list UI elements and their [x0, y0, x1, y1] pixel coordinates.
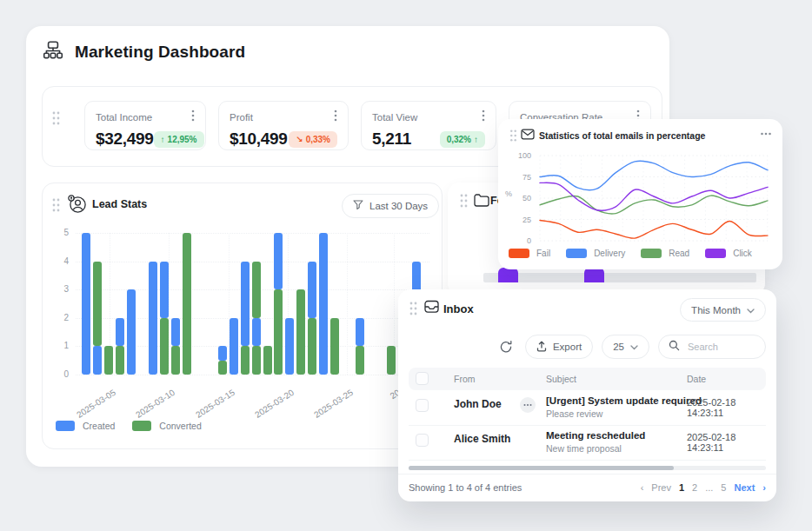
inbox-card: Inbox This Month Export 25 From Subject	[398, 289, 776, 501]
stat-card-title: Profit	[230, 112, 253, 123]
kebab-menu-icon[interactable]	[191, 110, 195, 125]
table-row[interactable]: John Doe[Urgent] System update requiredP…	[409, 390, 766, 426]
bar-segment-converted	[263, 346, 272, 375]
kebab-menu-icon[interactable]	[334, 110, 337, 125]
scrollbar-thumb[interactable]	[409, 466, 674, 470]
lead-gridline	[169, 233, 170, 375]
select-all-checkbox[interactable]	[416, 372, 429, 385]
bar-segment-created	[274, 233, 283, 289]
row-more-menu-icon[interactable]	[520, 397, 536, 413]
bar-segment-created	[82, 233, 90, 375]
stat-card-value: $10,499	[230, 129, 288, 149]
page-prev-chevron[interactable]: ‹	[641, 482, 644, 493]
lead-ytick-label: 1	[46, 341, 69, 350]
lead-ytick-label: 4	[46, 256, 69, 266]
legend-label: Created	[83, 421, 115, 431]
lead-stats-card: Lead Stats Last 30 Days 0123452025-03-05…	[42, 183, 443, 449]
drag-handle-icon[interactable]	[509, 129, 518, 146]
inbox-title: Inbox	[443, 302, 474, 315]
row-subject: Meeting rescheduled	[546, 430, 645, 441]
row-checkbox[interactable]	[416, 434, 429, 447]
kebab-menu-icon[interactable]	[482, 110, 485, 125]
page-size-select[interactable]: 25	[602, 335, 649, 359]
page-prev[interactable]: Prev	[651, 482, 671, 493]
bar-segment-created	[356, 318, 364, 347]
stat-card-value: 5,211	[372, 129, 411, 149]
stat-card: Total View5,2110,32%↑	[361, 101, 496, 150]
legend-label: Fail	[536, 249, 550, 258]
row-date: 2025-02-18 14:23:11	[687, 432, 766, 453]
period-select[interactable]: This Month	[680, 298, 766, 322]
email-ytick-label: 100	[516, 151, 531, 160]
stat-card: Profit$10,499↘0,33%	[218, 101, 349, 150]
export-button[interactable]: Export	[525, 335, 593, 359]
lead-ytick-label: 0	[46, 369, 69, 379]
table-row[interactable]: Alice SmithMeeting rescheduledNew time p…	[409, 425, 766, 461]
chevron-down-icon	[747, 305, 755, 315]
bar-segment-converted	[160, 318, 169, 375]
email-stats-title: Statistics of total emails in percentage	[539, 130, 705, 141]
search-input[interactable]	[686, 341, 764, 353]
bar-segment-converted	[241, 346, 250, 375]
bar-segment-converted	[252, 346, 261, 375]
horizontal-scrollbar[interactable]	[409, 466, 766, 470]
page-5[interactable]: 5	[721, 482, 726, 493]
lead-ytick-label: 5	[46, 228, 69, 237]
legend-swatch	[56, 421, 75, 431]
bar-segment-converted	[171, 346, 180, 375]
search-icon	[669, 339, 680, 355]
drag-handle-icon[interactable]	[51, 110, 61, 129]
row-from: Alice Smith	[454, 433, 510, 445]
bar-segment-converted	[93, 262, 102, 347]
stat-card-value: $32,499	[96, 129, 154, 149]
legend-label: Converted	[159, 421, 201, 431]
row-checkbox[interactable]	[416, 399, 429, 412]
more-menu-icon[interactable]	[760, 128, 772, 143]
bar-segment-converted	[308, 318, 316, 375]
folders-chart-track	[483, 273, 756, 282]
search-box[interactable]	[658, 335, 766, 359]
legend-swatch	[705, 249, 726, 258]
inbox-footer: Showing 1 to 4 of 4 entries ‹Prev12...5N…	[398, 474, 776, 502]
inbox-table-header: From Subject Date	[409, 368, 766, 390]
refresh-button[interactable]	[496, 340, 516, 354]
page-1[interactable]: 1	[679, 482, 684, 493]
lead-gridline	[347, 233, 348, 375]
row-from: John Doe	[454, 398, 502, 410]
lead-ytick-label: 3	[46, 284, 69, 294]
folder-icon	[474, 194, 489, 210]
bar-segment-created	[319, 233, 328, 375]
stat-trend-badge: ↘0,33%	[289, 131, 337, 148]
bar-segment-converted	[252, 262, 261, 318]
email-stats-chart	[538, 154, 769, 242]
sitemap-icon	[42, 39, 64, 65]
page-next-chevron[interactable]: ›	[762, 482, 766, 493]
bar-segment-created	[285, 318, 294, 375]
drag-handle-icon[interactable]	[409, 301, 418, 320]
email-ytick-label: 50	[516, 194, 531, 202]
email-line-fail	[540, 220, 768, 238]
chevron-down-icon	[630, 342, 638, 352]
drag-handle-icon[interactable]	[459, 193, 469, 212]
pagination: ‹Prev12...5Next›	[641, 482, 766, 493]
row-subject: [Urgent] System update required	[546, 395, 702, 406]
legend-label: Read	[669, 249, 689, 258]
bar-segment-created	[149, 262, 157, 375]
export-icon	[536, 341, 547, 354]
lead-xtick-label: 2025-03-20	[243, 388, 296, 426]
page-ellipsis: ...	[705, 482, 713, 493]
bar-segment-created	[93, 346, 102, 375]
bar-segment-created	[241, 262, 250, 347]
bar-segment-converted	[330, 318, 339, 375]
bar-segment-created	[160, 262, 169, 318]
page-next[interactable]: Next	[734, 482, 755, 493]
email-ytick-label: 75	[516, 173, 531, 182]
lead-xtick-label: 2025-03-25	[303, 388, 355, 426]
bar-segment-created	[116, 318, 124, 347]
page-2[interactable]: 2	[692, 482, 697, 493]
bar-segment-created	[171, 318, 180, 347]
bar-segment-converted	[104, 346, 113, 375]
lead-gridline	[76, 375, 429, 375]
entries-summary: Showing 1 to 4 of 4 entries	[409, 482, 522, 493]
bar-segment-created	[308, 262, 316, 318]
